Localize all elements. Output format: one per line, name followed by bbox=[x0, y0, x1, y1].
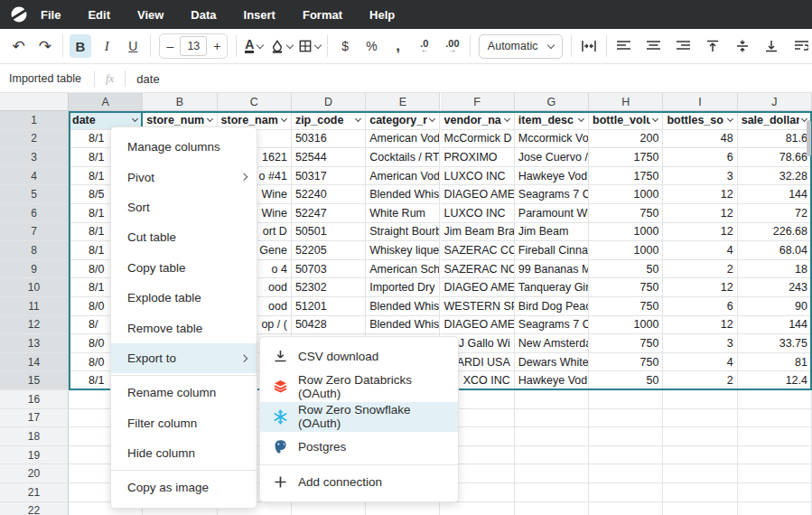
menubar-item-edit[interactable]: Edit bbox=[88, 8, 110, 22]
vertical-align-bottom-button[interactable] bbox=[761, 34, 782, 58]
grid-cell[interactable]: 750 bbox=[589, 204, 663, 223]
row-header-9[interactable]: 9 bbox=[0, 260, 69, 279]
grid-cell[interactable] bbox=[589, 390, 663, 409]
grid-cell[interactable] bbox=[366, 502, 440, 515]
row-header-4[interactable]: 4 bbox=[0, 167, 69, 186]
grid-cell[interactable]: 50501 bbox=[292, 223, 366, 242]
grid-cell[interactable] bbox=[515, 409, 589, 428]
formula-input[interactable]: date bbox=[126, 72, 170, 86]
table-column-header-cell[interactable]: bottles_so bbox=[663, 111, 737, 130]
fill-color-button[interactable] bbox=[271, 34, 293, 58]
menubar-item-insert[interactable]: Insert bbox=[244, 8, 275, 22]
grid-cell[interactable]: 2 bbox=[663, 371, 737, 390]
grid-cell[interactable]: 144 bbox=[738, 185, 812, 204]
column-header-b[interactable]: B bbox=[143, 93, 217, 111]
grid-cell[interactable]: Blended Whis bbox=[366, 297, 440, 316]
grid-cell[interactable] bbox=[515, 464, 589, 483]
grid-cell[interactable]: 81.6 bbox=[738, 130, 812, 149]
row-header-5[interactable]: 5 bbox=[0, 185, 69, 204]
row-header-10[interactable]: 10 bbox=[0, 278, 69, 297]
grid-cell[interactable]: DIAGEO AMEI bbox=[441, 278, 515, 297]
grid-cell[interactable]: Paramount Wh bbox=[515, 204, 589, 223]
grid-cell[interactable]: 12 bbox=[663, 223, 737, 242]
vertical-scrollbar[interactable] bbox=[807, 120, 811, 156]
grid-cell[interactable]: LUXCO INC bbox=[441, 167, 515, 186]
grid-cell[interactable]: 33.75 bbox=[738, 334, 812, 353]
grid-cell[interactable] bbox=[589, 502, 663, 515]
grid-cell[interactable]: 48 bbox=[663, 130, 737, 149]
grid-cell[interactable] bbox=[292, 502, 366, 515]
context-menu-item-explode-table[interactable]: Explode table bbox=[111, 283, 257, 313]
context-menu-item-pivot[interactable]: Pivot bbox=[111, 162, 257, 192]
context-menu-item-sort[interactable]: Sort bbox=[111, 192, 257, 222]
grid-cell[interactable] bbox=[663, 446, 737, 465]
vertical-align-top-button[interactable] bbox=[702, 34, 723, 58]
grid-cell[interactable]: Seagrams 7 C bbox=[515, 316, 589, 335]
italic-button[interactable]: I bbox=[96, 34, 117, 58]
font-size-input[interactable]: 13 bbox=[180, 36, 207, 56]
underline-button[interactable]: U bbox=[122, 34, 144, 58]
context-menu-item-manage-columns[interactable]: Manage columns bbox=[111, 132, 257, 162]
comma-format-button[interactable]: , bbox=[387, 34, 409, 58]
grid-cell[interactable]: SAZERAC NO bbox=[441, 260, 515, 279]
grid-cell[interactable]: Bird Dog Peac bbox=[515, 297, 589, 316]
grid-cell[interactable]: 3 bbox=[663, 167, 737, 186]
grid-cell[interactable]: American Sch bbox=[366, 260, 440, 279]
column-filter-chevron-icon[interactable] bbox=[355, 116, 361, 122]
context-menu-item-hide-column[interactable]: Hide column bbox=[111, 438, 257, 468]
grid-cell[interactable]: McCormick D bbox=[441, 130, 515, 149]
grid-cell[interactable]: 750 bbox=[589, 334, 663, 353]
grid-cell[interactable]: 50317 bbox=[292, 167, 366, 186]
grid-cell[interactable]: American Vod bbox=[366, 130, 440, 149]
grid-cell[interactable]: 78.66 bbox=[738, 148, 812, 167]
export-option-postgres[interactable]: Postgres bbox=[260, 432, 458, 462]
context-menu-item-rename-column[interactable]: Rename column bbox=[111, 378, 257, 407]
column-header-j[interactable]: J bbox=[738, 93, 812, 111]
grid-cell[interactable]: 12 bbox=[663, 278, 737, 297]
grid-cell[interactable]: 90 bbox=[738, 297, 812, 316]
column-header-c[interactable]: C bbox=[218, 93, 292, 111]
grid-cell[interactable]: Jim Beam bbox=[515, 223, 589, 242]
grid-cell[interactable] bbox=[738, 390, 812, 409]
table-column-header-cell[interactable]: zip_code bbox=[292, 111, 366, 130]
grid-cell[interactable]: 1750 bbox=[589, 148, 663, 167]
grid-cell[interactable] bbox=[515, 483, 589, 502]
column-filter-chevron-icon[interactable] bbox=[281, 116, 287, 122]
grid-cell[interactable]: Straight Bourb bbox=[366, 223, 440, 242]
context-menu-item-copy-as-image[interactable]: Copy as image bbox=[111, 473, 257, 502]
row-header-6[interactable]: 6 bbox=[0, 204, 69, 223]
borders-button[interactable] bbox=[299, 34, 321, 58]
grid-cell[interactable]: 50428 bbox=[292, 316, 366, 335]
grid-cell[interactable]: Cocktails / RT bbox=[366, 148, 440, 167]
grid-cell[interactable]: 1000 bbox=[589, 316, 663, 335]
menubar-item-data[interactable]: Data bbox=[191, 8, 216, 22]
grid-cell[interactable] bbox=[589, 427, 663, 446]
grid-cell[interactable]: 81 bbox=[738, 353, 812, 372]
align-left-button[interactable] bbox=[613, 34, 635, 58]
table-name-box[interactable]: Imported table bbox=[0, 72, 94, 85]
text-wrap-button[interactable] bbox=[790, 34, 812, 58]
grid-cell[interactable]: 750 bbox=[589, 297, 663, 316]
grid-cell[interactable]: 12 bbox=[663, 316, 737, 335]
grid-cell[interactable]: Imported Dry bbox=[366, 278, 440, 297]
grid-cell[interactable]: LUXCO INC bbox=[441, 204, 515, 223]
grid-cell[interactable]: Seagrams 7 C bbox=[515, 185, 589, 204]
grid-cell[interactable]: 12 bbox=[663, 204, 737, 223]
grid-cell[interactable]: 68.04 bbox=[738, 241, 812, 260]
grid-cell[interactable]: DIAGEO AMEI bbox=[441, 316, 515, 335]
grid-cell[interactable]: American Vod bbox=[366, 167, 440, 186]
column-filter-chevron-icon[interactable] bbox=[207, 116, 213, 122]
menubar-item-view[interactable]: View bbox=[137, 8, 163, 22]
grid-cell[interactable] bbox=[515, 427, 589, 446]
row-header-3[interactable]: 3 bbox=[0, 148, 69, 167]
menubar-item-format[interactable]: Format bbox=[303, 8, 342, 22]
grid-cell[interactable]: 12.4 bbox=[738, 371, 812, 390]
decrease-font-size-button[interactable]: – bbox=[163, 34, 176, 58]
column-header-e[interactable]: E bbox=[366, 93, 440, 111]
grid-cell[interactable]: New Amsterda bbox=[515, 334, 589, 353]
grid-cell[interactable]: 12 bbox=[663, 185, 737, 204]
undo-button[interactable]: ↶ bbox=[8, 34, 30, 58]
grid-cell[interactable]: 72 bbox=[738, 204, 812, 223]
row-header-18[interactable]: 18 bbox=[0, 427, 69, 446]
grid-cell[interactable]: Mccormick Vo bbox=[515, 130, 589, 149]
